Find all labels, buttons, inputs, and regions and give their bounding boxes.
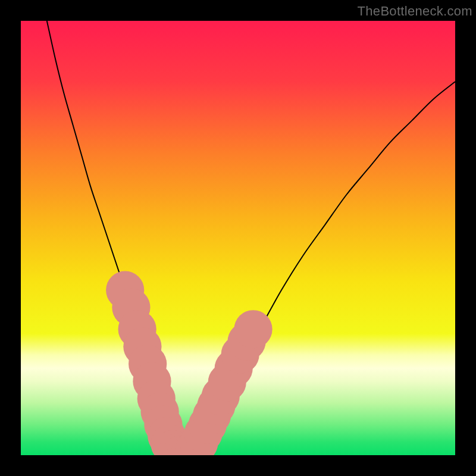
chart-frame: TheBottleneck.com [0,0,476,476]
watermark: TheBottleneck.com [358,4,472,19]
chart-svg [21,21,455,455]
highlight-dot [234,310,272,348]
chart-plot-area [21,21,455,455]
